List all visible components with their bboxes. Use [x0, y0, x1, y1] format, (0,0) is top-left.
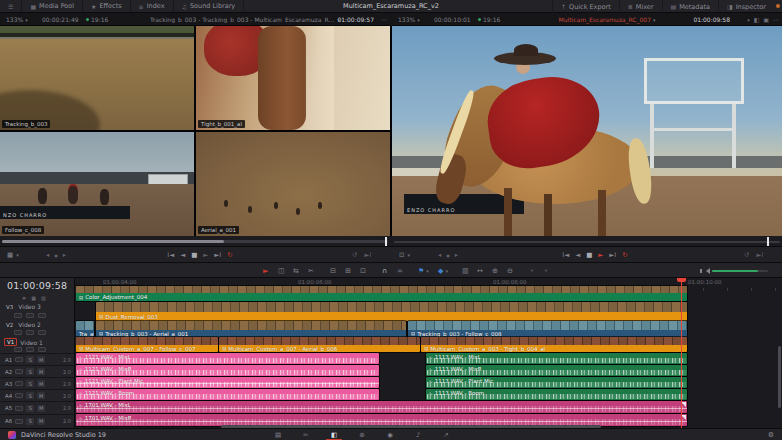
replace-clip-button[interactable]: ⊡ [360, 263, 366, 278]
track-id[interactable]: A5 [5, 405, 12, 411]
chevron-down-icon[interactable]: ▾ [747, 17, 750, 23]
enable-icon[interactable] [26, 313, 34, 318]
metadata-button[interactable]: ▤ Metadata [662, 0, 718, 13]
audio-clip-1113-mixl[interactable]: ∿1113.WAV - MixL [426, 353, 687, 364]
clip-dust-removal[interactable]: ▤ Dust_Removal_003 [96, 302, 687, 321]
page-cut[interactable]: ✂ [292, 429, 320, 440]
lock-icon[interactable] [14, 330, 22, 335]
program-scrub-bar[interactable] [394, 241, 780, 243]
insert-clip-button[interactable]: ⊟ [330, 263, 336, 278]
program-zoom-dropdown[interactable]: 133% ▾ [398, 13, 420, 26]
track-header-v3[interactable]: V3 Video 3 [4, 303, 41, 310]
horizontal-scrollbar[interactable] [221, 425, 601, 428]
lock-icon[interactable] [15, 381, 23, 386]
mute-button[interactable]: M [37, 392, 45, 399]
track-id[interactable]: A6 [5, 418, 12, 424]
last-frame-button[interactable]: ►I [214, 251, 221, 259]
source-clip-name-dropdown[interactable]: Tracking_b_003 - Tracking_b_003 - Multic… [150, 13, 340, 26]
solo-button[interactable]: S [26, 368, 34, 375]
step-back-button[interactable]: ◄ [180, 251, 185, 259]
program-jog-controls[interactable]: ◂ ● ▸ [438, 247, 458, 263]
clip-tracking-stub[interactable]: Tra_al [76, 321, 94, 337]
sound-library-button[interactable]: ♫ Sound Library [174, 0, 245, 12]
clip-color-adjustment[interactable]: ▤ Color_Adjustment_004 [76, 286, 687, 301]
track-header-a2[interactable]: A2 S M 2.0 [0, 365, 75, 377]
index-button[interactable]: ≡ Index [131, 0, 174, 12]
multicam-angle-tracking[interactable]: Tracking_b_003 [0, 26, 194, 130]
select-mode-button[interactable]: ► [263, 263, 268, 278]
enable-icon[interactable] [26, 347, 34, 352]
zoom-out-button[interactable]: ⊖ [507, 263, 513, 278]
lock-icon[interactable] [15, 369, 23, 374]
vertical-scrollbar[interactable] [778, 346, 781, 408]
track-id[interactable]: A4 [5, 393, 12, 399]
clip-multicam-aerial[interactable]: ▤ Multicam_Custom_a_007 - Aerial_b_006 [219, 337, 420, 352]
mute-button[interactable]: M [37, 356, 45, 363]
blade-edit-mode-button[interactable]: ✂ [308, 263, 314, 278]
last-frame-button[interactable]: ►I [609, 251, 616, 259]
first-frame-button[interactable]: I◄ [562, 251, 569, 259]
loop-button[interactable]: ↻ [622, 251, 627, 259]
source-zoom-dropdown[interactable]: 133% ▾ [6, 13, 28, 26]
effects-button[interactable]: ★ Effects [83, 0, 130, 12]
track-header-v2[interactable]: V2 Video 2 [4, 321, 41, 328]
overwrite-clip-button[interactable]: ⊞ [345, 263, 351, 278]
multicam-angle-aerial[interactable]: Aerial_a_001 [196, 132, 390, 236]
audio-clip-1113-plantmic[interactable]: ∿1113.WAV - Plant Mic [426, 377, 687, 388]
playhead[interactable] [681, 278, 682, 428]
track-id[interactable]: A1 [5, 357, 12, 363]
mute-button[interactable]: M [37, 418, 45, 425]
step-back-button[interactable]: ◄ [575, 251, 580, 259]
program-view-selector[interactable]: ⊡ ▾ [399, 247, 410, 263]
match-frame-icon[interactable]: ↺ [352, 251, 357, 259]
audio-clip-1701-mixl[interactable]: ∿1701.WAV - MixL [76, 401, 687, 413]
track-id[interactable]: A3 [5, 381, 12, 387]
page-media[interactable]: ▤ [264, 429, 292, 440]
source-zoom-scrollbar[interactable] [2, 240, 224, 243]
track-header-a5[interactable]: A5 S M 2.0 [0, 401, 75, 414]
match-frame-icon[interactable]: ↺ [744, 251, 749, 259]
clip-tracking-aerial[interactable]: ▤ Tracking_b_003 - Aerial_a_001 [96, 321, 406, 337]
page-color[interactable]: ◉ [376, 429, 404, 440]
play-button[interactable]: ► [203, 251, 208, 259]
main-menu-button[interactable]: ☰ [0, 0, 22, 12]
settings-button[interactable]: ⚙ [768, 429, 774, 440]
source-options-menu[interactable]: ⋯ [381, 13, 387, 26]
track-id[interactable]: V2 [4, 322, 15, 328]
solo-button[interactable]: S [26, 392, 34, 399]
track-header-a4[interactable]: A4 S M 2.0 [0, 389, 75, 401]
timeline-view-options-button[interactable]: ▥ [462, 263, 469, 278]
audio-clip-1113-boom[interactable]: ∿1113.WAV - Boom [426, 389, 687, 400]
film-view-icon[interactable]: ▦ [31, 295, 36, 301]
auto-select-icon[interactable] [38, 347, 46, 352]
zoom-fit-button[interactable]: ↔ [477, 263, 483, 278]
lock-icon[interactable] [15, 393, 23, 398]
lock-icon[interactable] [15, 419, 23, 424]
timeline-clip-name-dropdown[interactable]: Multicam_Escaramuza_RC_007 ▾ [542, 13, 672, 26]
trim-edit-mode-button[interactable]: ◫ [278, 263, 285, 278]
volume-slider[interactable] [712, 270, 758, 272]
auto-select-icon[interactable] [38, 330, 46, 335]
first-frame-button[interactable]: I◄ [167, 251, 174, 259]
stop-button[interactable]: ■ [586, 251, 592, 259]
dynamic-trim-mode-button[interactable]: ⇆ [293, 263, 299, 278]
lock-icon[interactable] [15, 357, 23, 362]
clip-tracking-follow[interactable]: ▤ Tracking_b_003 - Follow_c_008 [408, 321, 687, 337]
mute-button[interactable]: M [37, 380, 45, 387]
clip-multicam-tight[interactable]: ▤ Multicam_Custom_a_003 - Tight_b_004_al [421, 337, 687, 352]
speaker-icon[interactable] [700, 263, 710, 278]
clip-multicam-follow[interactable]: ▤ Multicam_Custom_a_007 - Follow_c_007 [76, 337, 218, 352]
stop-button[interactable]: ■ [191, 251, 197, 259]
page-fusion[interactable]: ⊛ [348, 429, 376, 440]
source-jog-controls[interactable]: ◂ ● ▸ [46, 247, 66, 263]
track-header-a3[interactable]: A3 S M 2.0 [0, 377, 75, 389]
multicam-angle-follow[interactable]: NZO CHARRO Follow_c_008 [0, 132, 194, 236]
solo-button[interactable]: S [26, 380, 34, 387]
zoom-in-button[interactable]: ⊕ [492, 263, 498, 278]
solo-button[interactable]: S [26, 356, 34, 363]
solo-button[interactable]: S [26, 418, 34, 425]
media-pool-button[interactable]: ▦ Media Pool [22, 0, 83, 12]
linked-selection-button[interactable]: ∞ [397, 263, 403, 278]
multicam-view-selector[interactable]: ▦ ▾ [7, 247, 19, 263]
transform-icon[interactable]: ▣ [763, 16, 769, 23]
